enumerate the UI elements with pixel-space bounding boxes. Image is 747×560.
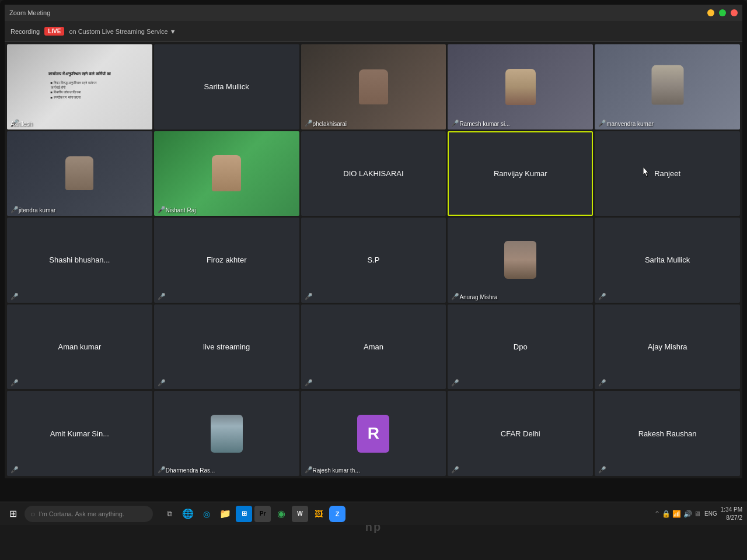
store-icon[interactable]: ⊞ xyxy=(236,506,252,522)
mute-icon-aman: 🎤 xyxy=(305,379,313,387)
cortana-text: I'm Cortana. Ask me anything. xyxy=(39,510,124,517)
name-shashi: Shashi bhushan... xyxy=(49,256,110,264)
participant-cell-dharmendra[interactable]: 🎤 Dharmendra Ras... xyxy=(154,391,299,476)
mute-icon-jitendra: 🎤 xyxy=(11,206,19,214)
name-akhilesh: Akhilesh xyxy=(11,121,33,127)
edge-icon[interactable]: 🌐 xyxy=(180,506,196,522)
title-bar: Zoom Meeting xyxy=(5,5,742,21)
tray-icons: ⌃ 🔒 📶 🔊 🖥 xyxy=(654,510,701,518)
live-badge: LIVE xyxy=(44,27,64,36)
chrome-icon[interactable]: ◉ xyxy=(273,506,289,522)
recording-label: Recording xyxy=(11,28,40,35)
name-dharmendra: Dharmendra Ras... xyxy=(166,467,215,474)
time-display: 1:34 PM 8/27/2 xyxy=(721,506,742,522)
name-anurag: Anurag Mishra xyxy=(459,294,497,300)
participant-cell-aman[interactable]: Aman 🎤 xyxy=(301,304,446,390)
rajesh-avatar: R xyxy=(357,415,389,453)
premiere-icon[interactable]: Pr xyxy=(254,506,271,522)
participant-cell-amit[interactable]: Amit Kumar Sin... 🎤 xyxy=(7,391,152,476)
screen: Zoom Meeting Recording LIVE on Custom Li… xyxy=(5,5,742,478)
language-indicator: ENG xyxy=(704,510,717,517)
participant-cell-akhilesh[interactable]: कार्यालय में अनुपस्थित रहने वाले कर्मियो… xyxy=(7,44,152,130)
task-view-button[interactable]: ⧉ xyxy=(161,506,177,522)
participant-cell-rajesh[interactable]: R 🎤 Rajesh kumar th... xyxy=(301,391,446,476)
participant-cell-shashi[interactable]: Shashi bhushan... 🎤 xyxy=(7,218,152,303)
zoom-icon[interactable]: Z xyxy=(329,506,345,522)
participant-cell-dio[interactable]: DIO LAKHISARAI xyxy=(301,131,446,216)
mute-icon-cfar: 🎤 xyxy=(451,466,459,474)
clock-date: 8/27/2 xyxy=(721,514,742,522)
photos-icon[interactable]: 🖼 xyxy=(310,506,327,522)
name-firoz: Firoz akhter xyxy=(207,256,247,264)
mute-icon-nishant: 🎤 xyxy=(158,206,166,214)
participant-cell-ajay[interactable]: Ajay Mishra 🎤 xyxy=(595,304,740,390)
taskbar-icons: ⧉ 🌐 ◎ 📁 ⊞ Pr ◉ W 🖼 Z xyxy=(161,506,345,522)
name-amit: Amit Kumar Sin... xyxy=(50,429,109,438)
name-aman: Aman xyxy=(364,342,383,351)
participant-cell-nishant[interactable]: 🎤 Nishant Raj xyxy=(154,131,299,216)
folder-icon[interactable]: 📁 xyxy=(217,506,233,522)
participant-cell-sp[interactable]: S.P 🎤 xyxy=(301,218,446,303)
name-rakesh: Rakesh Raushan xyxy=(638,429,697,438)
participant-cell-ranvijay[interactable]: Ranvijay Kumar xyxy=(448,131,593,216)
mute-icon-sarita2: 🎤 xyxy=(598,293,606,300)
name-sarita1: Sarita Mullick xyxy=(204,82,249,91)
mute-icon-manvendra: 🎤 xyxy=(598,120,606,127)
name-sarita2: Sarita Mullick xyxy=(645,256,690,264)
streaming-text[interactable]: on Custom Live Streaming Service ▼ xyxy=(69,28,176,35)
taskbar-right: ⌃ 🔒 📶 🔊 🖥 ENG 1:34 PM 8/27/2 xyxy=(654,506,742,522)
clock-time: 1:34 PM xyxy=(721,506,742,514)
taskbar: ⊞ ○ I'm Cortana. Ask me anything. ⧉ 🌐 ◎ … xyxy=(0,502,747,525)
name-ramesh: Ramesh kumar si... xyxy=(459,121,509,127)
teams-icon[interactable]: W xyxy=(292,506,308,522)
name-cfar: CFAR Delhi xyxy=(501,429,540,438)
participant-cell-sarita1[interactable]: Sarita Mullick xyxy=(154,44,299,130)
participant-cell-ranjeet[interactable]: Ranjeet xyxy=(595,131,740,216)
mute-icon-sp: 🎤 xyxy=(305,293,313,300)
cortana-search[interactable]: ○ I'm Cortana. Ask me anything. xyxy=(25,506,153,522)
toolbar: Recording LIVE on Custom Live Streaming … xyxy=(5,21,742,42)
participant-cell-dpo[interactable]: Dpo 🎤 xyxy=(448,304,593,390)
name-phc: phclakhisarai xyxy=(313,121,347,127)
name-ranvijay: Ranvijay Kumar xyxy=(494,169,547,178)
mute-icon-live-streaming: 🎤 xyxy=(158,379,166,387)
name-ajay: Ajay Mishra xyxy=(648,342,687,351)
participant-cell-firoz[interactable]: Firoz akhter 🎤 xyxy=(154,218,299,303)
participant-cell-sarita2[interactable]: Sarita Mullick 🎤 xyxy=(595,218,740,303)
minimize-button[interactable] xyxy=(707,9,714,16)
name-aman-kumar: Aman kumar xyxy=(58,342,102,351)
participant-cell-anurag[interactable]: 🎤 Anurag Mishra xyxy=(448,218,593,303)
name-ranjeet: Ranjeet xyxy=(654,169,680,178)
participant-cell-cfar[interactable]: CFAR Delhi 🎤 xyxy=(448,391,593,476)
mute-icon-dharmendra: 🎤 xyxy=(158,466,166,474)
mute-icon-rakesh: 🎤 xyxy=(598,466,606,474)
participant-cell-ramesh[interactable]: 🎤 Ramesh kumar si... xyxy=(448,44,593,130)
mute-icon-ajay: 🎤 xyxy=(598,379,606,387)
mute-icon-phc: 🎤 xyxy=(305,120,313,127)
name-sp: S.P xyxy=(368,256,380,264)
mute-icon-firoz: 🎤 xyxy=(158,293,166,300)
mute-icon-aman-kumar: 🎤 xyxy=(11,379,19,387)
close-button[interactable] xyxy=(731,9,738,16)
maximize-button[interactable] xyxy=(719,9,726,16)
mute-icon-anurag: 🎤 xyxy=(451,293,459,300)
participant-cell-live-streaming[interactable]: live streaming 🎤 xyxy=(154,304,299,390)
name-rajesh: Rajesh kumar th... xyxy=(313,467,360,474)
mute-icon-amit: 🎤 xyxy=(11,466,19,474)
name-nishant: Nishant Raj xyxy=(166,207,196,214)
mute-icon-shashi: 🎤 xyxy=(11,293,19,300)
title-bar-left: Zoom Meeting xyxy=(9,9,50,16)
name-jitendra: jitendra kumar xyxy=(19,207,55,214)
participant-cell-aman-kumar[interactable]: Aman kumar 🎤 xyxy=(7,304,152,390)
participant-cell-rakesh[interactable]: Rakesh Raushan 🎤 xyxy=(595,391,740,476)
mute-icon-rajesh: 🎤 xyxy=(305,466,313,474)
participant-cell-phclakhisarai[interactable]: 🎤 phclakhisarai xyxy=(301,44,446,130)
start-button[interactable]: ⊞ xyxy=(5,506,21,522)
cortana-icon[interactable]: ◎ xyxy=(198,506,215,522)
window-controls xyxy=(707,9,738,16)
participant-cell-jitendra[interactable]: 🎤 jitendra kumar xyxy=(7,131,152,216)
name-dpo: Dpo xyxy=(514,342,528,351)
mute-icon-dpo: 🎤 xyxy=(451,379,459,387)
participant-cell-manvendra[interactable]: 🎤 manvendra kumar xyxy=(595,44,740,130)
app-title: Zoom Meeting xyxy=(9,9,50,16)
